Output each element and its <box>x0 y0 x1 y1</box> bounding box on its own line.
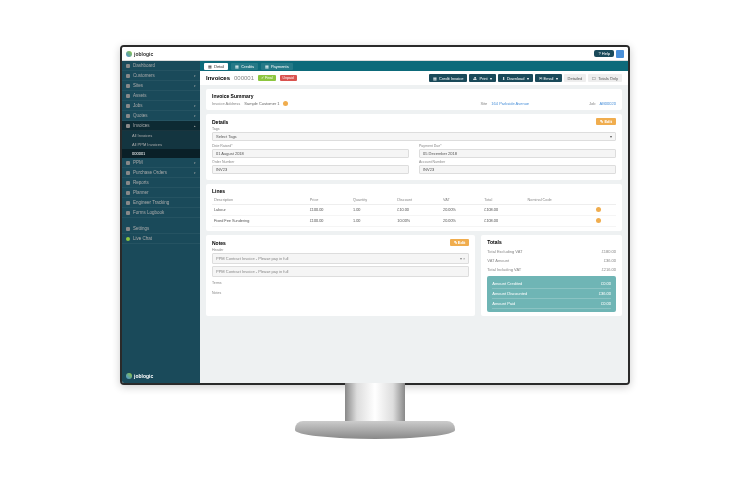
avatar[interactable] <box>616 50 624 58</box>
sidebar-item-tracking[interactable]: Engineer Tracking <box>122 198 200 208</box>
date-raised-input[interactable]: 01 August 2018 <box>212 149 409 158</box>
email-button[interactable]: ✉Email▾ <box>535 74 562 82</box>
notes-edit-button[interactable]: ✎Edit <box>450 239 470 246</box>
sidebar-item-quotes[interactable]: Quotes▾ <box>122 111 200 121</box>
cell: 1.00 <box>351 216 395 227</box>
forms-icon <box>126 211 130 215</box>
payment-icon: ▦ <box>265 64 269 69</box>
details-title: Details <box>212 119 228 125</box>
sidebar-item-sites[interactable]: Sites▾ <box>122 81 200 91</box>
sidebar-item-planner[interactable]: Planner <box>122 188 200 198</box>
sidebar-item-ppm[interactable]: PPM▾ <box>122 158 200 168</box>
sidebar-item-invoices[interactable]: Invoices▴ <box>122 121 200 131</box>
credit-invoice-button[interactable]: ▦Credit Invoice <box>429 74 467 82</box>
chevron-down-icon: ▾ <box>490 76 492 81</box>
sidebar-item-customers[interactable]: Customers▾ <box>122 71 200 81</box>
details-edit-button[interactable]: ✎Edit <box>596 118 616 125</box>
sidebar-item-dashboard[interactable]: Dashboard <box>122 61 200 71</box>
total-value: £216.00 <box>602 267 616 272</box>
status-badge-final: ✓ Final <box>258 75 276 81</box>
totals-row: VAT Amount£36.00 <box>487 256 616 265</box>
credit-icon: ▦ <box>235 64 239 69</box>
col-disc: Discount <box>395 196 441 205</box>
summary-job-label: Job <box>589 101 595 106</box>
brand-logo[interactable]: joblogic <box>126 51 153 57</box>
sidebar-item-settings[interactable]: Settings <box>122 224 200 234</box>
edit-icon[interactable] <box>283 101 288 106</box>
sidebar-item-jobs[interactable]: Jobs▾ <box>122 101 200 111</box>
planner-icon <box>126 191 130 195</box>
input-value: PPM Contract Invoice - Please pay in ful… <box>216 269 288 274</box>
totals-only-toggle[interactable]: ☐Totals Only <box>588 74 622 82</box>
lines-table: Description Price Quantity Discount VAT … <box>212 196 616 227</box>
tab-label: Credits <box>241 64 254 69</box>
notes-title: Notes <box>212 240 226 246</box>
chevron-down-icon: ▾ <box>556 76 558 81</box>
ppm-icon <box>126 161 130 165</box>
summary-card: Invoice Summary Invoice Address Sample C… <box>206 89 622 110</box>
tags-select[interactable]: Select Tags▾ <box>212 132 616 141</box>
nav-label: Reports <box>133 180 149 185</box>
totals-row: Amount Credited£0.00 <box>492 279 611 289</box>
detailed-toggle[interactable]: Detailed <box>564 74 587 82</box>
nav-label: Jobs <box>133 103 143 108</box>
total-label: VAT Amount <box>487 258 509 263</box>
sidebar-item-forms[interactable]: Forms Logbook <box>122 208 200 218</box>
clear-icon[interactable]: ▾ × <box>460 256 465 261</box>
nav-label: Engineer Tracking <box>133 200 169 205</box>
download-button[interactable]: ⬇Download▾ <box>498 74 533 82</box>
sidebar-item-chat[interactable]: Live Chat <box>122 234 200 244</box>
chevron-down-icon: ▾ <box>194 161 196 165</box>
total-value: £36.00 <box>599 291 611 296</box>
status-badge-unpaid: Unpaid <box>280 75 297 81</box>
sidebar-sub-all-invoices[interactable]: All Invoices <box>122 131 200 140</box>
sidebar-sub-all-ppm[interactable]: All PPM Invoices <box>122 140 200 149</box>
summary-job-link[interactable]: AB00020 <box>600 101 616 106</box>
nav-label: Quotes <box>133 113 148 118</box>
chevron-down-icon: ▾ <box>194 171 196 175</box>
summary-site-link[interactable]: 164 Parkside Avenue <box>491 101 529 106</box>
totals-row: Total Including VAT£216.00 <box>487 265 616 274</box>
page-header: Invoices 000001 ✓ Final Unpaid ▦Credit I… <box>200 71 628 85</box>
file-icon: ▦ <box>208 64 212 69</box>
tags-placeholder: Select Tags <box>216 134 237 139</box>
monitor-stand <box>295 383 455 453</box>
tab-payments[interactable]: ▦Payments <box>261 63 293 70</box>
table-row[interactable]: Fixed Fee Sundering£100.001.0010.00%20.0… <box>212 216 616 227</box>
col-desc: Description <box>212 196 308 205</box>
cell: 1.00 <box>351 205 395 216</box>
sidebar: Dashboard Customers▾ Sites▾ Assets Jobs▾… <box>122 61 200 383</box>
cell: 10.00% <box>395 216 441 227</box>
check-icon[interactable] <box>596 207 601 212</box>
notes-line-input[interactable]: PPM Contract Invoice - Please pay in ful… <box>212 266 469 277</box>
col-qty: Quantity <box>351 196 395 205</box>
print-button[interactable]: 🖶Print▾ <box>469 74 495 82</box>
table-row[interactable]: Labour£100.001.00£10.0020.00%£108.00 <box>212 205 616 216</box>
order-input[interactable]: INV23 <box>212 165 409 174</box>
total-label: Total Excluding VAT <box>487 249 522 254</box>
nav-label: Settings <box>133 226 149 231</box>
tab-credits[interactable]: ▦Credits <box>231 63 258 70</box>
btn-label: Edit <box>604 119 612 124</box>
check-icon[interactable] <box>596 218 601 223</box>
sidebar-item-po[interactable]: Purchase Orders▾ <box>122 168 200 178</box>
notes-header-label: Header <box>212 248 469 252</box>
notes-header-input[interactable]: PPM Contract Invoice - Please pay in ful… <box>212 253 469 264</box>
sidebar-item-reports[interactable]: Reports <box>122 178 200 188</box>
tab-detail[interactable]: ▦Detail <box>204 63 228 70</box>
payment-due-input[interactable]: 05 December 2018 <box>419 149 616 158</box>
sidebar-item-assets[interactable]: Assets <box>122 91 200 101</box>
download-icon: ⬇ <box>502 76 505 81</box>
nav-label: All Invoices <box>132 133 152 138</box>
sidebar-footer-logo: joblogic <box>126 373 153 379</box>
col-total: Total <box>482 196 525 205</box>
order-label: Order Number <box>212 160 409 164</box>
help-button[interactable]: ? Help <box>594 50 614 57</box>
account-input[interactable]: INV23 <box>419 165 616 174</box>
summary-addr-label: Invoice Address <box>212 101 240 106</box>
nav-label: Invoices <box>133 123 150 128</box>
sidebar-sub-current[interactable]: 000001 <box>122 149 200 158</box>
total-label: Amount Paid <box>492 301 515 306</box>
assets-icon <box>126 94 130 98</box>
summary-title: Invoice Summary <box>212 93 616 99</box>
